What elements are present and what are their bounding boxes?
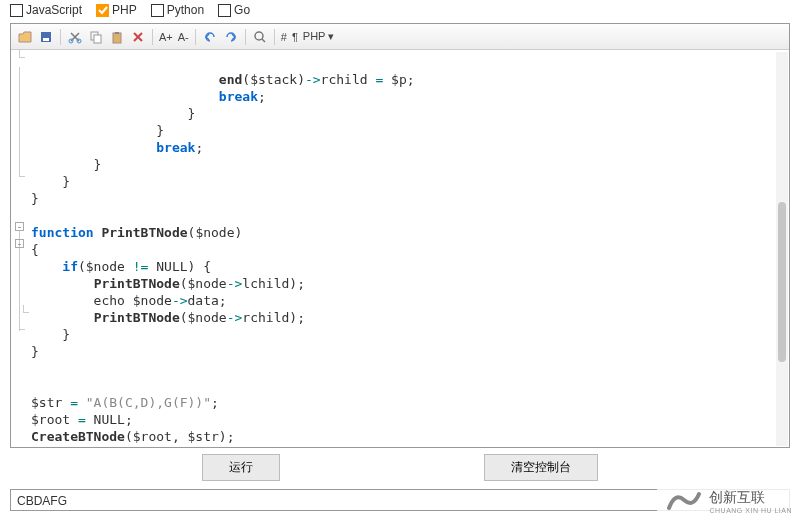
run-button[interactable]: 运行: [202, 454, 280, 481]
undo-icon[interactable]: [202, 29, 218, 45]
watermark-brand: 创新互联: [709, 489, 792, 507]
paste-icon[interactable]: [109, 29, 125, 45]
lang-python[interactable]: Python: [151, 3, 204, 17]
clear-console-button[interactable]: 清空控制台: [484, 454, 598, 481]
button-row: 运行 清空控制台: [0, 454, 800, 481]
font-decrease-button[interactable]: A-: [178, 31, 189, 43]
checkbox-icon: [218, 4, 231, 17]
search-icon[interactable]: [252, 29, 268, 45]
svg-rect-5: [94, 35, 101, 43]
svg-rect-6: [113, 33, 121, 43]
scrollbar-thumb[interactable]: [778, 202, 786, 362]
separator: [245, 29, 246, 45]
checkbox-icon: [151, 4, 164, 17]
pilcrow-button[interactable]: ¶: [292, 31, 298, 43]
redo-icon[interactable]: [223, 29, 239, 45]
watermark: 创新互联 CHUANG XIN HU LIAN: [657, 482, 800, 520]
copy-icon[interactable]: [88, 29, 104, 45]
separator: [60, 29, 61, 45]
lang-label: Go: [234, 3, 250, 17]
font-increase-button[interactable]: A+: [159, 31, 173, 43]
separator: [195, 29, 196, 45]
checkbox-checked-icon: [96, 4, 109, 17]
language-dropdown[interactable]: PHP ▾: [303, 30, 334, 43]
logo-icon: [665, 486, 703, 516]
lang-label: JavaScript: [26, 3, 82, 17]
hash-button[interactable]: #: [281, 31, 287, 43]
code-textarea[interactable]: end($stack)->rchild = $p; break; } } bre…: [11, 50, 789, 447]
editor: A+ A- # ¶ PHP ▾ end($stack)->rchild = $p…: [10, 23, 790, 448]
scrollbar[interactable]: [776, 52, 788, 446]
language-bar: JavaScript PHP Python Go: [0, 0, 800, 20]
watermark-subtitle: CHUANG XIN HU LIAN: [709, 507, 792, 514]
save-icon[interactable]: [38, 29, 54, 45]
checkbox-icon: [10, 4, 23, 17]
lang-javascript[interactable]: JavaScript: [10, 3, 82, 17]
lang-label: Python: [167, 3, 204, 17]
lang-go[interactable]: Go: [218, 3, 250, 17]
svg-rect-7: [115, 32, 119, 34]
editor-toolbar: A+ A- # ¶ PHP ▾: [11, 24, 789, 50]
lang-php[interactable]: PHP: [96, 3, 137, 17]
svg-point-8: [255, 32, 263, 40]
open-icon[interactable]: [17, 29, 33, 45]
cut-icon[interactable]: [67, 29, 83, 45]
delete-icon[interactable]: [130, 29, 146, 45]
separator: [274, 29, 275, 45]
svg-rect-1: [43, 38, 49, 41]
separator: [152, 29, 153, 45]
chevron-down-icon: ▾: [328, 30, 334, 42]
lang-label: PHP: [112, 3, 137, 17]
